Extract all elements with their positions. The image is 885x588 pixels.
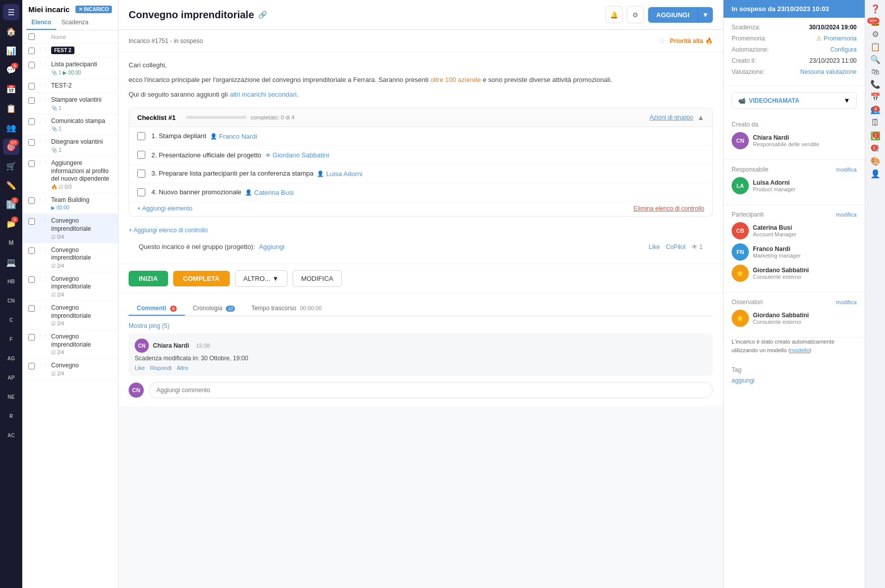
code-icon[interactable]: 💻 <box>3 254 19 270</box>
list-item[interactable]: ⋮⋮ Convegno ☑ 2/4 <box>22 359 118 380</box>
drag-handle[interactable]: ⋮⋮ <box>38 47 48 52</box>
list-item[interactable]: ⋮⋮ Comunicato stampa 📎 1 <box>22 114 118 136</box>
drag-handle[interactable]: ⋮⋮ <box>38 96 48 102</box>
tasks-icon[interactable]: 📋 <box>3 100 19 116</box>
drag-handle[interactable]: ⋮⋮ <box>38 362 48 367</box>
task-checkbox[interactable] <box>28 197 35 204</box>
assignee-link-2[interactable]: 👁 Giordano Sabbatini <box>265 151 329 159</box>
chat-icon[interactable]: 💬6 <box>3 62 19 78</box>
edit-icon[interactable]: ✏️ <box>3 177 19 193</box>
add-dropdown-button[interactable]: ▼ <box>698 7 713 23</box>
drag-handle[interactable]: ⋮⋮ <box>38 82 48 88</box>
list-item[interactable]: ⋮⋮ Convegno imprenditoriale ☑ 2/4 <box>22 243 118 272</box>
assignee-link-4[interactable]: 👤 Caterina Busi <box>245 189 294 196</box>
menu-icon[interactable]: ☰ <box>3 4 19 20</box>
task-checkbox[interactable] <box>28 83 35 90</box>
drag-handle[interactable]: ⋮⋮ <box>38 138 48 144</box>
add-button[interactable]: AGGIUNGI <box>648 7 698 23</box>
number-icon[interactable]: 🔢2 <box>3 196 19 213</box>
drag-handle[interactable]: ⋮⋮ <box>38 246 48 252</box>
drag-handle[interactable]: ⋮⋮ <box>38 196 48 202</box>
add-element-button[interactable]: + Aggiungi elemento <box>137 205 192 212</box>
folder-icon[interactable]: 📁4 <box>3 216 19 232</box>
group-actions-button[interactable]: Azioni di gruppo <box>650 114 693 121</box>
more-button[interactable]: ALTRO... ▼ <box>235 270 288 287</box>
add-checklist-button[interactable]: + Aggiungi elenco di controllo <box>129 225 713 238</box>
team-right-icon[interactable]: 👥4 <box>870 105 880 114</box>
task-checkbox[interactable] <box>28 48 35 54</box>
task-checkbox[interactable] <box>28 160 35 167</box>
checklist-checkbox-1[interactable] <box>137 132 145 140</box>
task-checkbox[interactable] <box>28 118 35 125</box>
orange-link[interactable]: oltre 100 aziende <box>430 76 481 83</box>
like-comment-button[interactable]: Like <box>135 365 145 371</box>
task-checkbox[interactable] <box>28 247 35 254</box>
phone-icon[interactable]: 📞 <box>870 79 880 89</box>
show-ping-button[interactable]: Mostra ping (5) <box>129 322 713 329</box>
list-item[interactable]: ⋮⋮ TEST-2 <box>22 79 118 94</box>
task-checkbox[interactable] <box>28 62 35 68</box>
shop-icon[interactable]: 🛒 <box>3 158 19 174</box>
list-item[interactable]: ⋮⋮ Stampare volantini 📎 1 <box>22 93 118 114</box>
drag-handle[interactable]: ⋮⋮ <box>38 304 48 310</box>
reply-button[interactable]: Rispondi <box>150 365 172 371</box>
responsabile-modifica[interactable]: modifica <box>836 166 857 173</box>
F-label[interactable]: F <box>3 331 19 347</box>
help-icon[interactable]: ❓ <box>870 4 880 14</box>
comment-input[interactable] <box>149 382 713 398</box>
list-item[interactable]: ⋮⋮ Convegno imprenditoriale ☑ 2/4 <box>22 272 118 301</box>
dashboard-icon[interactable]: 📊 <box>3 43 19 59</box>
clip-icon[interactable]: 📋 <box>870 42 880 52</box>
checklist-right-icon[interactable]: ☑1 <box>872 144 879 153</box>
notification-icon[interactable]: 🔔99+ <box>870 17 880 26</box>
task-checkbox[interactable] <box>28 218 35 225</box>
list-item[interactable]: ⋮⋮ FEST 2 <box>22 44 118 58</box>
assignee-link-3[interactable]: 👤 Luisa Adorni <box>317 170 363 178</box>
drag-handle[interactable]: ⋮⋮ <box>38 275 48 281</box>
NE-label[interactable]: NE <box>3 389 19 405</box>
list-item[interactable]: ⋮⋮ Team Building ▶ 00:00 <box>22 193 118 215</box>
drag-handle[interactable]: ⋮⋮ <box>38 61 48 66</box>
drag-handle[interactable]: ⋮⋮ <box>38 217 48 223</box>
tab-history[interactable]: Cronologia 22 <box>185 302 243 316</box>
promemoria-value[interactable]: ⚠ Promemoria <box>816 35 857 42</box>
list-item[interactable]: ⋮⋮ Lista partecipanti 📎 1 ▶ 00:00 <box>22 58 118 79</box>
checklist-checkbox-4[interactable] <box>137 188 145 196</box>
select-all-checkbox[interactable] <box>28 33 35 40</box>
target-icon[interactable]: 🎯57 <box>3 139 19 155</box>
AP-label[interactable]: AP <box>3 369 19 386</box>
incarico-tab[interactable]: ✕ INCARICO <box>75 6 112 13</box>
search-right-icon[interactable]: 🔍 <box>870 55 880 64</box>
list-item[interactable]: ⋮⋮ Aggiungere informazioni al profilo de… <box>22 156 118 193</box>
home-icon[interactable]: 🏠 <box>3 23 19 39</box>
complete-button[interactable]: COMPLETA <box>173 271 230 286</box>
team-icon[interactable]: 👥 <box>3 119 19 136</box>
list-item-active[interactable]: ⋮⋮ Convegno imprenditoriale ☑ 0/4 <box>22 214 118 243</box>
modello-link[interactable]: modello <box>790 347 810 353</box>
task-checkbox[interactable] <box>28 139 35 146</box>
settings-button[interactable]: ⚙ <box>627 6 644 23</box>
collapse-icon[interactable]: ▲ <box>697 113 704 121</box>
edit-button[interactable]: MODIFICA <box>293 270 342 287</box>
schedule-icon[interactable]: 🗓 <box>871 117 880 128</box>
bell-button[interactable]: 🔔 <box>606 6 623 23</box>
palette-icon[interactable]: 🎨 <box>870 156 880 166</box>
M-icon[interactable]: M <box>3 235 19 251</box>
task-checkbox[interactable] <box>28 97 35 104</box>
AC-label[interactable]: AC <box>3 427 19 443</box>
like-button[interactable]: Like <box>649 243 660 250</box>
copilot-button[interactable]: CoPilot <box>666 243 686 250</box>
link-icon[interactable]: 🔗 <box>258 11 267 19</box>
add-tag-button[interactable]: aggiungi <box>732 377 754 384</box>
CN-label[interactable]: CN <box>3 292 19 309</box>
group-add-link[interactable]: Aggiungi <box>259 243 285 250</box>
list-item[interactable]: ⋮⋮ Disegnare volantini 📎 1 <box>22 135 118 156</box>
drag-handle[interactable]: ⋮⋮ <box>38 159 48 165</box>
calendar-right-icon[interactable]: 📅 <box>870 92 880 102</box>
task-checkbox[interactable] <box>28 334 35 341</box>
partecipanti-modifica[interactable]: modifica <box>836 212 857 218</box>
tasks-right-icon[interactable]: ✅1 <box>870 131 880 141</box>
tab-scadenza[interactable]: Scadenza <box>56 16 93 30</box>
checklist-checkbox-3[interactable] <box>137 170 145 178</box>
assignee-link-1[interactable]: 👤 Franco Nardi <box>210 133 257 140</box>
